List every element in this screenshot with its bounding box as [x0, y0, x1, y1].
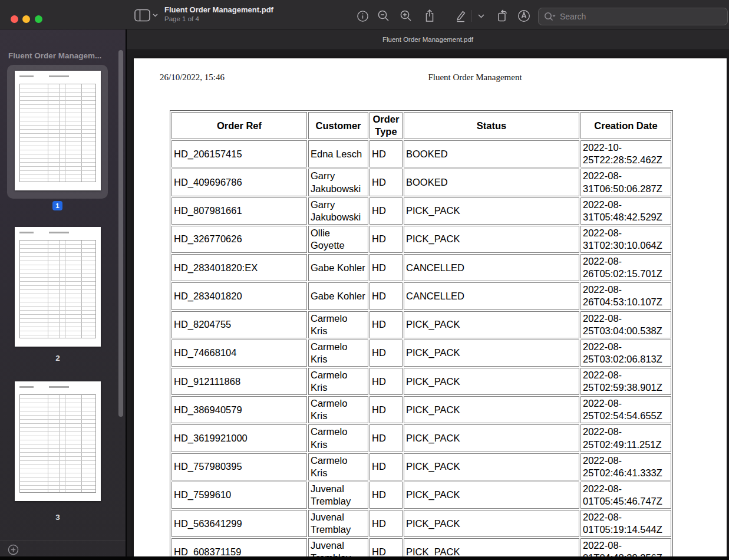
filename-bar: Fluent Order Management.pdf [127, 29, 729, 50]
cell-order-type: HD [370, 340, 403, 367]
order-table: Order Ref Customer Order Type Status Cre… [170, 110, 673, 560]
zoom-in-button[interactable] [398, 8, 414, 24]
table-row: HD_283401820 Gabe Kohler HD CANCELLED 20… [171, 282, 671, 309]
cell-order-type: HD [370, 453, 403, 480]
thumbnail-header-mark [49, 386, 69, 388]
thumbnail-header-mark [49, 232, 69, 233]
cell-customer: Carmelo Kris [308, 396, 368, 423]
print-header-title: Fluent Order Management [428, 73, 522, 83]
cell-creation-date: 2022-08-31T05:48:42.529Z [580, 197, 671, 225]
thumbnail-table-sketch [19, 394, 96, 493]
cell-customer: Garry Jakubowski [308, 197, 368, 225]
cell-order-type: HD [370, 482, 403, 509]
filename-bar-label: Fluent Order Management.pdf [382, 36, 473, 43]
cell-status: PICK_PACK [404, 311, 579, 338]
table-row: HD_206157415 Edna Lesch HD BOOKED 2022-1… [171, 140, 671, 167]
screen-bottom-edge [0, 556, 729, 560]
thumbnail-header-mark [19, 232, 34, 233]
cell-creation-date: 2022-08-26T05:02:15.701Z [580, 254, 671, 281]
cell-order-type: HD [370, 140, 403, 167]
cell-creation-date: 2022-08-25T03:04:00.538Z [580, 311, 671, 338]
sidebar-bottom-divider [0, 541, 126, 541]
cell-order-ref: HD_757980395 [171, 453, 307, 480]
col-header-order-type: Order Type [370, 112, 403, 139]
table-row: HD_74668104 Carmelo Kris HD PICK_PACK 20… [171, 340, 671, 367]
zoom-out-button[interactable] [375, 8, 392, 24]
cell-status: PICK_PACK [404, 453, 579, 480]
markup-pencil-icon [454, 9, 467, 23]
share-button[interactable] [421, 8, 438, 24]
table-row: HD_807981661 Garry Jakubowski HD PICK_PA… [171, 197, 671, 225]
cell-order-ref: HD_912111868 [171, 368, 307, 395]
table-row: HD_3619921000 Carmelo Kris HD PICK_PACK … [171, 424, 671, 452]
cell-status: PICK_PACK [404, 510, 579, 537]
col-header-creation-date: Creation Date [580, 112, 671, 139]
cell-creation-date: 2022-08-01T05:19:14.544Z [580, 510, 671, 537]
cell-creation-date: 2022-08-25T02:49:11.251Z [580, 424, 671, 452]
zoom-window-button[interactable] [35, 15, 42, 23]
search-input[interactable] [560, 12, 701, 21]
markup-button[interactable] [452, 8, 469, 24]
page-number-label: 2 [15, 354, 101, 363]
cell-customer: Carmelo Kris [308, 453, 368, 480]
cell-status: BOOKED [404, 140, 579, 167]
add-page-button[interactable] [8, 544, 19, 555]
cell-status: CANCELLED [404, 254, 579, 281]
cell-customer: Carmelo Kris [308, 311, 368, 338]
cell-creation-date: 2022-10-25T22:28:52.462Z [580, 140, 671, 167]
cell-status: BOOKED [404, 169, 579, 196]
cell-order-ref: HD_7599610 [171, 482, 307, 509]
search-field[interactable] [538, 8, 728, 25]
chevron-down-icon [478, 14, 484, 18]
cell-creation-date: 2022-08-26T04:53:10.107Z [580, 282, 671, 309]
fill-and-sign-button[interactable] [516, 8, 532, 24]
cell-order-type: HD [370, 197, 403, 225]
cell-status: PICK_PACK [404, 340, 579, 367]
sidebar-toggle-button[interactable] [134, 9, 159, 22]
page-number-badge: 1 [52, 201, 62, 210]
app-window: Fluent Order Management.pdf Page 1 of 4 [0, 0, 729, 560]
cell-customer: Carmelo Kris [308, 424, 368, 452]
cell-creation-date: 2022-08-25T02:46:41.333Z [580, 453, 671, 480]
close-button[interactable] [11, 15, 18, 23]
pdf-viewport[interactable]: 26/10/2022, 15:46 Fluent Order Managemen… [127, 50, 729, 560]
cell-order-type: HD [370, 169, 403, 196]
cell-customer: Juvenal Tremblay [308, 510, 368, 537]
info-button[interactable] [354, 8, 371, 24]
cell-status: PICK_PACK [404, 197, 579, 225]
cell-customer: Edna Lesch [308, 140, 368, 167]
markup-dropdown-button[interactable] [474, 8, 487, 24]
chevron-down-icon [153, 14, 158, 17]
cell-status: PICK_PACK [404, 396, 579, 423]
cell-order-ref: HD_326770626 [171, 226, 307, 253]
cell-customer: Carmelo Kris [308, 340, 368, 367]
cell-order-type: HD [370, 226, 403, 253]
cell-status: CANCELLED [404, 282, 579, 309]
cell-order-type: HD [370, 311, 403, 338]
cell-status: PICK_PACK [404, 226, 579, 253]
sidebar-document-title: Fluent Order Managem... [8, 51, 119, 60]
cell-order-type: HD [370, 396, 403, 423]
table-row: HD_283401820:EX Gabe Kohler HD CANCELLED… [171, 254, 671, 281]
window-title: Fluent Order Management.pdf [164, 5, 273, 15]
page-thumbnail-3[interactable] [15, 381, 101, 501]
pen-nib-icon [517, 9, 531, 23]
sidebar-main-divider [126, 29, 127, 560]
cell-creation-date: 2022-08-31T06:50:06.287Z [580, 169, 671, 196]
thumbnail-header-mark [49, 75, 69, 77]
page-thumbnail-2[interactable] [15, 227, 101, 347]
order-table-body: HD_206157415 Edna Lesch HD BOOKED 2022-1… [171, 140, 671, 560]
rotate-button[interactable] [494, 8, 511, 24]
pdf-page-1: 26/10/2022, 15:46 Fluent Order Managemen… [134, 58, 727, 560]
table-row: HD_563641299 Juvenal Tremblay HD PICK_PA… [171, 510, 671, 537]
col-header-customer: Customer [308, 112, 368, 139]
plus-circle-icon [8, 544, 19, 555]
cell-creation-date: 2022-08-25T03:02:06.813Z [580, 340, 671, 367]
cell-order-type: HD [370, 424, 403, 452]
sidebar-scrollbar[interactable] [118, 50, 123, 417]
cell-customer: Gabe Kohler [308, 282, 368, 309]
page-thumbnail-1[interactable] [15, 71, 101, 190]
col-header-status: Status [404, 112, 579, 139]
minimize-button[interactable] [22, 15, 30, 23]
print-header-datetime: 26/10/2022, 15:46 [160, 73, 225, 83]
